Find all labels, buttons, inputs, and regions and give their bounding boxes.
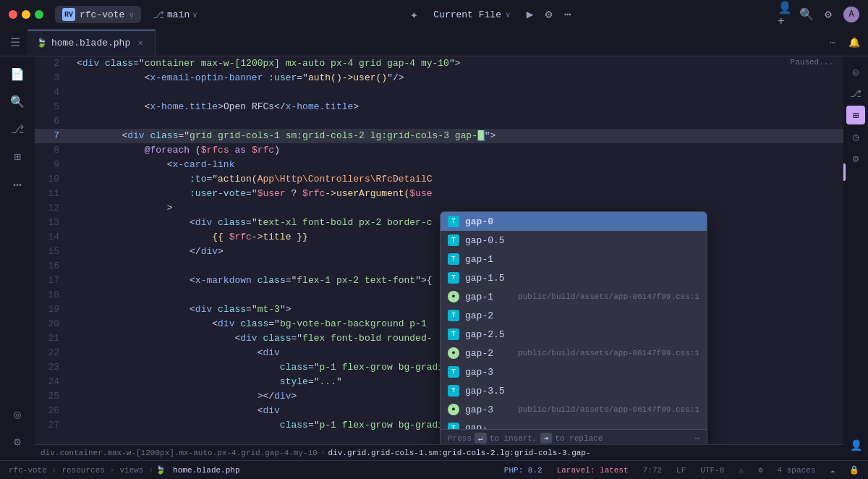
ac-label: gap-3 [465, 404, 512, 415]
autocomplete-item-gap-1-css[interactable]: ● gap-1 public/build/assets/app-06147f99… [441, 287, 707, 306]
table-row: 2 <div class="container max-w-[1200px] m… [35, 56, 843, 71]
tab-filename: home.blade.php [51, 38, 130, 48]
autocomplete-item-gap-05[interactable]: T gap-0.5 [441, 231, 707, 250]
autocomplete-item-gap-0[interactable]: T gap-0 [441, 212, 707, 231]
autocomplete-item-gap-15[interactable]: T gap-1.5 [441, 268, 707, 287]
breadcrumb-sep-3: › [148, 466, 153, 475]
autocomplete-item-gap-35[interactable]: T gap-3.5 [441, 381, 707, 400]
breadcrumb-filename[interactable]: home.blade.php [170, 466, 242, 475]
person-add-icon[interactable]: 👤+ [778, 8, 791, 21]
tab-close-button[interactable]: ✕ [135, 37, 146, 48]
ac-label: gap-3 [465, 367, 699, 378]
line-content: <x-card-link [71, 158, 843, 172]
cloud-icon[interactable]: ☁ [827, 465, 838, 475]
ac-more-icon[interactable]: ⋯ [694, 433, 699, 443]
clock-panel-icon[interactable]: ◷ [846, 127, 865, 146]
cursor-position[interactable]: 7:72 [640, 466, 665, 475]
line-content: <x-home.title>Open RFCs</x-home.title> [71, 100, 843, 114]
warning-icon[interactable]: ⚠ [736, 465, 746, 475]
current-file-label: Current File [433, 9, 501, 20]
css-icon: ● [448, 291, 459, 302]
line-content: :to="action(App\Http\Controllers\RfcDeta… [71, 172, 843, 187]
repo-selector[interactable]: RV rfc-vote ∨ [55, 6, 141, 23]
play-icon[interactable]: ▶ [524, 8, 537, 21]
line-number: 2 [35, 56, 71, 71]
current-file-chevron: ∨ [506, 10, 511, 20]
line-content: <div class="grid grid-cols-1 sm:grid-col… [71, 129, 843, 143]
ac-label: gap-2 [465, 310, 699, 321]
autocomplete-item-gap-3-css[interactable]: ● gap-3 public/build/assets/app-06147f99… [441, 400, 707, 419]
current-file-button[interactable]: Current File ∨ [426, 7, 517, 23]
status-bar: rfc-vote › resources › views › 🍃 home.bl… [0, 460, 868, 479]
bottom-breadcrumb-left: div.container.max-w-[1200px].mx-auto.px-… [41, 449, 318, 457]
search-title-icon[interactable]: 🔍 [800, 8, 813, 21]
autocomplete-dropdown: T gap-0 T gap-0.5 T gap-1 T gap-1.5 [440, 211, 707, 444]
bug-panel-icon[interactable]: ⚙ [846, 149, 865, 168]
table-row: 5 <x-home.title>Open RFCs</x-home.title> [35, 100, 843, 114]
autocomplete-item-gap-2-tw[interactable]: T gap-2 [441, 306, 707, 325]
breadcrumb-part-2[interactable]: resources [59, 466, 107, 475]
tailwind-icon: T [448, 253, 459, 265]
autocomplete-item-gap-4[interactable]: T gap- [441, 419, 707, 429]
line-number: 5 [35, 100, 71, 114]
ac-label: gap-3.5 [465, 386, 699, 397]
footer-keys: Press ↵ to insert, ⇥ to replace [448, 433, 603, 444]
breadcrumb-sep-2: › [110, 466, 115, 475]
tailwind-icon: T [448, 216, 459, 227]
files-icon[interactable]: 📄 [5, 62, 30, 87]
autocomplete-item-gap-2-css[interactable]: ● gap-2 public/build/assets/app-06147f99… [441, 344, 707, 363]
ac-label: gap- [465, 423, 699, 429]
table-row: 19 <div class="mt-3"> [35, 302, 843, 317]
layers-panel-icon[interactable]: ⊞ [846, 106, 865, 124]
active-tab[interactable]: 🍃 home.blade.php ✕ [27, 30, 156, 56]
breadcrumb-part-3[interactable]: views [116, 466, 146, 475]
branch-selector[interactable]: ⎇ main ∨ [147, 7, 203, 23]
notification-icon[interactable]: 🔔 [843, 32, 865, 54]
gear-bottom-icon[interactable]: ⚙ [5, 430, 30, 454]
globe-icon[interactable]: ◎ [846, 62, 865, 81]
line-content: @foreach ($rfcs as $rfc) [71, 143, 843, 158]
settings-icon[interactable]: ⚙ [822, 8, 835, 21]
ac-label: gap-1.5 [465, 273, 699, 284]
breadcrumb-file-icon: 🍃 [156, 465, 166, 475]
tailwind-icon: T [448, 272, 459, 284]
minimize-button[interactable] [22, 10, 30, 19]
sidebar-toggle[interactable]: ☰ [3, 30, 27, 55]
sidebar-icons: 📄 🔍 ⎇ ⊞ ⋯ ◎ ⚙ [0, 56, 35, 460]
encoding[interactable]: UTF-8 [697, 466, 727, 475]
breadcrumb-part-1[interactable]: rfc-vote [6, 466, 50, 475]
main-layout: 📄 🔍 ⎇ ⊞ ⋯ ◎ ⚙ Paused... 2 <div class="co… [0, 56, 868, 460]
maximize-button[interactable] [35, 10, 43, 19]
search-icon[interactable]: 🔍 [5, 90, 30, 114]
code-editor[interactable]: Paused... 2 <div class="container max-w-… [35, 56, 843, 444]
autocomplete-item-gap-25[interactable]: T gap-2.5 [441, 325, 707, 344]
lock-icon[interactable]: 🔒 [846, 465, 862, 475]
person-panel-icon[interactable]: 👤 [846, 436, 865, 454]
table-row: 6 [35, 114, 843, 129]
table-row: 22 <div [35, 346, 843, 360]
more-dots-icon[interactable]: ⋯ [5, 172, 30, 197]
spaces[interactable]: 4 spaces [775, 466, 819, 475]
line-content: :user-vote="$user ? $rfc->userArgument($… [71, 187, 843, 201]
circle-icon[interactable]: ◎ [5, 402, 30, 427]
right-panel-bottom: 👤 [846, 436, 865, 454]
php-version[interactable]: PHP: 8.2 [501, 466, 545, 475]
sun-icon[interactable]: ✦ [407, 8, 420, 21]
ellipsis-icon[interactable]: ⋯ [561, 8, 574, 21]
line-ending[interactable]: LF [673, 466, 689, 475]
autocomplete-item-gap-3-tw[interactable]: T gap-3 [441, 363, 707, 381]
extensions-icon[interactable]: ⊞ [5, 145, 30, 169]
ac-label: gap-1 [465, 254, 699, 265]
tab-more-button[interactable]: ⋯ [822, 32, 843, 54]
git-panel-icon[interactable]: ⎇ [846, 84, 865, 103]
autocomplete-item-gap-1-tw[interactable]: T gap-1 [441, 250, 707, 268]
git-icon[interactable]: ⎇ [5, 117, 30, 142]
ac-source: public/build/assets/app-06147f99.css:1 [518, 349, 699, 357]
line-number: 6 [35, 114, 71, 129]
gear-icon[interactable]: ⚙ [542, 8, 556, 21]
avatar-icon[interactable]: A [843, 7, 859, 22]
close-button[interactable] [9, 10, 17, 19]
laravel-version[interactable]: Laravel: latest [554, 466, 631, 475]
settings-status-icon[interactable]: ⚙ [755, 465, 766, 475]
line-number: 8 [35, 143, 71, 158]
